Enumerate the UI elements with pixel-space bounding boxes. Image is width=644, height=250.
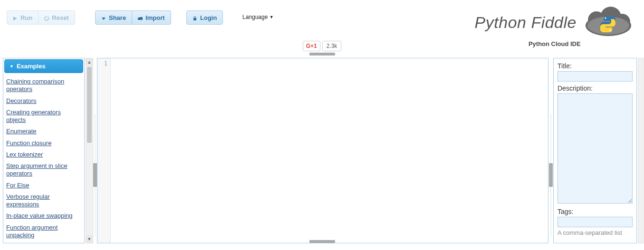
language-dropdown[interactable]: Language ▼: [242, 14, 274, 20]
svg-point-10: [609, 29, 611, 31]
example-link[interactable]: Creating generators objects: [6, 107, 81, 126]
brand-subtitle: Python Cloud IDE: [475, 40, 634, 47]
run-button[interactable]: Run: [7, 10, 38, 25]
brand-title: Python Fiddle: [475, 13, 577, 32]
login-button[interactable]: Login: [186, 10, 223, 25]
examples-header[interactable]: ▼ Examples: [4, 59, 83, 73]
import-label: Import: [145, 14, 164, 21]
line-number: 1: [97, 60, 107, 67]
scroll-up-icon[interactable]: ▲: [86, 58, 93, 66]
play-icon: [13, 15, 18, 20]
scroll-down-icon[interactable]: ▼: [86, 235, 93, 243]
tags-label: Tags:: [557, 208, 633, 215]
split-handle-bottom[interactable]: [309, 240, 335, 243]
lock-icon: [192, 15, 197, 20]
example-link[interactable]: Function argument unpacking: [6, 222, 81, 241]
svg-marker-0: [13, 17, 17, 20]
reset-label: Reset: [52, 14, 68, 21]
code-editor[interactable]: 1: [97, 58, 548, 243]
example-link[interactable]: Enumerate: [6, 126, 81, 137]
vertical-splitter-left[interactable]: [95, 113, 96, 237]
editor-gutter: 1: [97, 58, 111, 243]
svg-marker-2: [102, 18, 106, 20]
svg-marker-1: [48, 16, 49, 18]
description-label: Description:: [557, 84, 633, 92]
example-link[interactable]: Decorators: [6, 95, 81, 107]
examples-header-label: Examples: [17, 63, 46, 70]
tags-hint: A comma-separated list: [557, 229, 633, 236]
svg-point-9: [605, 17, 606, 19]
metadata-panel: Title: Description: Tags: A comma-separa…: [553, 58, 637, 243]
vertical-splitter-right[interactable]: [550, 113, 551, 237]
sidebar-scrollbar[interactable]: ▲ ▼: [86, 58, 93, 243]
gplus-widget: G+1 2.3k: [303, 41, 342, 51]
share-button[interactable]: Share: [95, 10, 132, 25]
title-input[interactable]: [557, 71, 633, 82]
triangle-down-icon: ▼: [10, 64, 14, 69]
example-link[interactable]: Chaining comparison operators: [6, 76, 81, 95]
example-link[interactable]: Lex tokenizer: [6, 149, 81, 160]
share-label: Share: [109, 14, 126, 21]
import-button[interactable]: Import: [132, 10, 171, 25]
svg-rect-3: [193, 18, 196, 20]
example-link[interactable]: For Else: [6, 180, 81, 191]
folder-icon: [138, 15, 143, 20]
gplus-button[interactable]: G+1: [303, 41, 320, 51]
chevron-down-icon: ▼: [269, 15, 274, 19]
code-area[interactable]: [111, 58, 548, 243]
example-link[interactable]: Verbose regular expressions: [6, 191, 81, 211]
language-label: Language: [242, 14, 268, 20]
examples-panel: ▼ Examples Chaining comparison operators…: [3, 58, 85, 243]
login-group: Login: [186, 10, 223, 25]
examples-list: Chaining comparison operators Decorators…: [3, 74, 84, 243]
gplus-count: 2.3k: [322, 41, 342, 51]
scroll-thumb[interactable]: [87, 67, 92, 143]
login-label: Login: [200, 14, 217, 21]
meta-scrollbar[interactable]: [638, 58, 644, 243]
title-label: Title:: [557, 62, 633, 70]
python-cloud-logo-icon: [582, 6, 634, 39]
refresh-icon: [44, 15, 49, 20]
tags-input[interactable]: [557, 217, 633, 227]
run-label: Run: [20, 14, 32, 21]
share-import-group: Share Import: [95, 10, 171, 25]
split-handle-top[interactable]: [309, 53, 335, 56]
description-input[interactable]: [557, 93, 633, 204]
brand-block: Python Fiddle Python Cloud IDE: [475, 6, 634, 47]
example-link[interactable]: In-place value swapping: [6, 210, 81, 222]
reset-button[interactable]: Reset: [38, 10, 75, 25]
example-link[interactable]: Function closure: [6, 138, 81, 149]
example-link[interactable]: Step argument in slice operators: [6, 160, 81, 180]
run-reset-group: Run Reset: [7, 10, 75, 25]
caret-down-icon: [101, 15, 106, 20]
